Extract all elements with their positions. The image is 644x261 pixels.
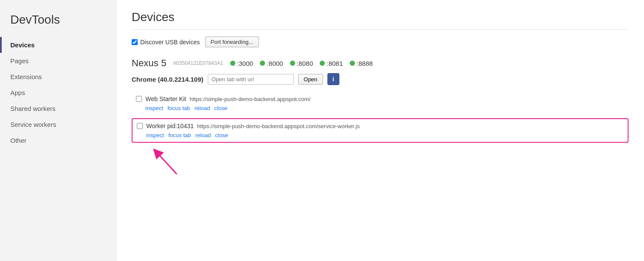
- sidebar-item-other[interactable]: Other: [0, 132, 116, 148]
- focus-tab-link-web-starter-kit[interactable]: focus tab: [167, 105, 190, 111]
- focus-tab-link-worker[interactable]: focus tab: [168, 132, 191, 138]
- chrome-row: Chrome (40.0.2214.109) Open i: [132, 73, 629, 85]
- sidebar-item-devices[interactable]: Devices: [0, 37, 116, 53]
- info-icon[interactable]: i: [327, 73, 339, 85]
- device-section: Nexus 5 #03504121E07843A1 :3000 :8000 :8…: [132, 58, 629, 181]
- green-dot-8000: [260, 61, 265, 66]
- tab-url-worker: https://simple-push-demo-backend.appspot…: [197, 123, 360, 129]
- port-8888: :8888: [350, 60, 373, 67]
- tab-actions-worker: inspect focus tab reload close: [137, 132, 623, 138]
- tab-entry-web-starter-kit: Web Starter Kit https://simple-push-demo…: [132, 92, 629, 115]
- port-8000: :8000: [260, 60, 283, 67]
- sidebar-item-service-workers[interactable]: Service workers: [0, 117, 116, 132]
- discover-usb-label[interactable]: Discover USB devices: [132, 39, 200, 46]
- sidebar-item-apps[interactable]: Apps: [0, 85, 116, 101]
- sidebar-item-shared-workers[interactable]: Shared workers: [0, 101, 116, 117]
- open-tab-button[interactable]: Open: [298, 74, 323, 85]
- close-link-web-starter-kit[interactable]: close: [214, 105, 227, 111]
- sidebar-item-extensions[interactable]: Extensions: [0, 69, 116, 85]
- main-content: Devices Discover USB devices Port forwar…: [116, 0, 644, 261]
- tab-url-web-starter-kit: https://simple-push-demo-backend.appspot…: [190, 96, 311, 102]
- inspect-link-worker[interactable]: inspect: [146, 132, 164, 138]
- green-dot-8081: [320, 61, 325, 66]
- tab-checkbox-web-starter-kit[interactable]: [136, 96, 142, 102]
- tab-checkbox-worker[interactable]: [137, 123, 143, 129]
- green-dot-8080: [290, 61, 295, 66]
- inspect-link-web-starter-kit[interactable]: inspect: [145, 105, 163, 111]
- svg-line-1: [157, 152, 177, 174]
- reload-link-web-starter-kit[interactable]: reload: [194, 105, 210, 111]
- tab-name-web-starter-kit: Web Starter Kit: [145, 95, 186, 102]
- device-name: Nexus 5: [132, 58, 166, 69]
- toolbar: Discover USB devices Port forwarding...: [132, 37, 629, 47]
- app-title: DevTools: [0, 9, 116, 37]
- port-8081: :8081: [320, 60, 343, 67]
- open-tab-url-input[interactable]: [208, 74, 294, 85]
- annotation-arrow: [149, 146, 183, 176]
- discover-usb-text: Discover USB devices: [140, 39, 200, 46]
- tab-entry-worker: Worker pid:10431 https://simple-push-dem…: [132, 118, 629, 143]
- port-8080: :8080: [290, 60, 313, 67]
- green-dot-8888: [350, 61, 355, 66]
- port-forwarding-button[interactable]: Port forwarding...: [205, 37, 259, 47]
- tab-actions-web-starter-kit: inspect focus tab reload close: [136, 105, 624, 111]
- annotation-arrow-container: [132, 146, 629, 181]
- discover-usb-checkbox[interactable]: [132, 39, 138, 45]
- device-header: Nexus 5 #03504121E07843A1 :3000 :8000 :8…: [132, 58, 629, 69]
- reload-link-worker[interactable]: reload: [195, 132, 211, 138]
- green-dot-3000: [230, 61, 235, 66]
- tab-name-worker: Worker pid:10431: [146, 123, 194, 129]
- page-title: Devices: [132, 10, 629, 30]
- close-link-worker[interactable]: close: [215, 132, 228, 138]
- sidebar: DevTools Devices Pages Extensions Apps S…: [0, 0, 116, 261]
- chrome-label: Chrome (40.0.2214.109): [132, 76, 203, 83]
- device-id: #03504121E07843A1: [173, 60, 223, 66]
- sidebar-item-pages[interactable]: Pages: [0, 53, 116, 69]
- port-3000: :3000: [230, 60, 253, 67]
